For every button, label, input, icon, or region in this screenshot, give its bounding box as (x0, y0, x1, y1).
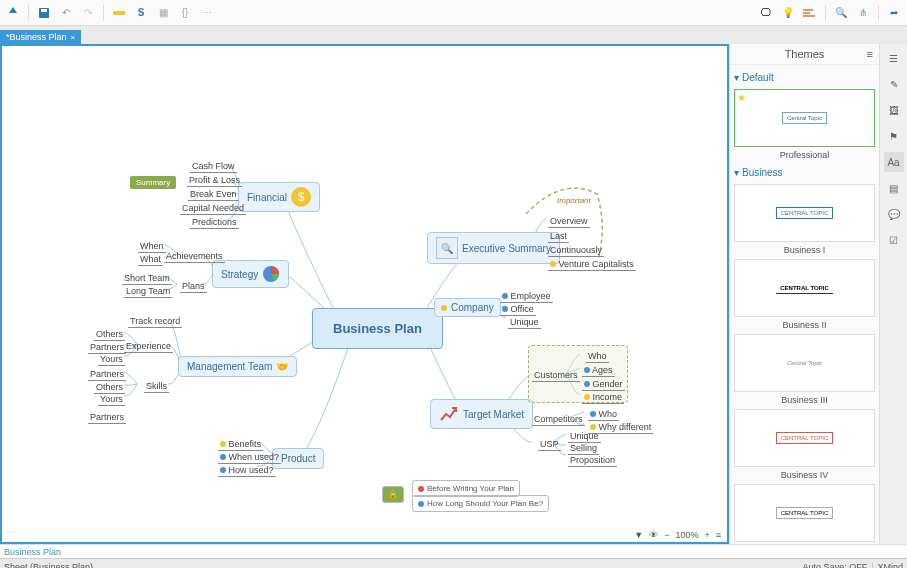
panel-menu-icon[interactable]: ≡ (867, 48, 873, 60)
sub-plans[interactable]: Plans (180, 280, 207, 293)
sub-gender[interactable]: Gender (582, 378, 625, 391)
undo-icon[interactable]: ↶ (57, 4, 75, 22)
section-default[interactable]: ▾ Default (734, 69, 875, 86)
sub-whenused[interactable]: When used? (218, 451, 281, 464)
sub-profitloss[interactable]: Profit & Loss (187, 174, 242, 187)
node-strategy[interactable]: Strategy (212, 260, 289, 288)
sub-benefits[interactable]: Benefits (218, 438, 263, 451)
sub-last[interactable]: Last (548, 230, 569, 243)
sub-continuous[interactable]: Continuously (548, 244, 604, 257)
theme-b3[interactable]: Central Topic (734, 334, 875, 392)
node-company[interactable]: Company (434, 298, 501, 317)
sub-overview[interactable]: Overview (548, 215, 590, 228)
sub-breakeven[interactable]: Break Even (188, 188, 239, 201)
mindmap-canvas[interactable]: Summary Important Business Plan Financia… (0, 44, 729, 544)
central-topic[interactable]: Business Plan (312, 308, 443, 349)
sub-competitors[interactable]: Competitors (532, 413, 585, 426)
theme-b1[interactable]: CENTRAL TOPIC (734, 184, 875, 242)
topic-icon[interactable] (110, 4, 128, 22)
redo-icon[interactable]: ↷ (79, 4, 97, 22)
node-exec-summary[interactable]: 🔍Executive Summary (427, 232, 560, 264)
marker-icon (441, 305, 447, 311)
sub-experience[interactable]: Experience (124, 340, 173, 353)
logo-icon[interactable] (4, 4, 22, 22)
sub-proposition[interactable]: Proposition (568, 454, 617, 467)
presentation-icon[interactable]: 🖵 (757, 4, 775, 22)
outline-icon[interactable]: ☰ (884, 48, 904, 68)
save-icon[interactable] (35, 4, 53, 22)
tab-bar: *Business Plan × (0, 26, 907, 44)
themes-icon[interactable]: Aa (884, 152, 904, 172)
sub-partners2[interactable]: Partners (88, 368, 126, 381)
bracket-icon[interactable]: {} (176, 4, 194, 22)
sub-trackrecord[interactable]: Track record (128, 315, 182, 328)
sub-howused[interactable]: How used? (218, 464, 276, 477)
sub-unique[interactable]: Unique (508, 316, 541, 329)
sheet-tab[interactable]: Business Plan (0, 544, 907, 558)
sub-others1[interactable]: Others (94, 328, 125, 341)
search-icon[interactable]: 🔍 (832, 4, 850, 22)
theme-label-b4: Business IV (734, 470, 875, 480)
panel-title: Themes≡ (730, 44, 879, 65)
idea-icon[interactable]: 💡 (779, 4, 797, 22)
theme-label-prof: Professional (734, 150, 875, 160)
theme-b5[interactable]: CENTRAL TOPIC (734, 484, 875, 542)
sub-capital[interactable]: Capital Needed (180, 202, 246, 215)
sub-employee[interactable]: Employee (500, 290, 553, 303)
file-tab[interactable]: *Business Plan × (0, 30, 81, 44)
theme-b2[interactable]: CENTRAL TOPIC (734, 259, 875, 317)
node-management[interactable]: Management Team🤝 (178, 356, 297, 377)
marker-icon[interactable]: ⚑ (884, 126, 904, 146)
edges (2, 46, 727, 542)
task-icon[interactable]: ☑ (884, 230, 904, 250)
boundary-icon[interactable]: ▦ (154, 4, 172, 22)
sub-who2[interactable]: Who (588, 408, 619, 421)
status-autosave: Auto Save: OFF (803, 562, 868, 569)
chart-arrow-icon (439, 404, 459, 424)
filter-icon[interactable]: ▼ (634, 530, 643, 540)
sub-yours1[interactable]: Yours (98, 353, 125, 366)
sub-predictions[interactable]: Predictions (190, 216, 239, 229)
sub-yours2[interactable]: Yours (98, 393, 125, 406)
fit-icon[interactable]: ≡ (716, 530, 721, 540)
image-icon[interactable]: 🖼 (884, 100, 904, 120)
more-icon[interactable]: ⋯ (198, 4, 216, 22)
tab-close-icon[interactable]: × (71, 33, 76, 42)
share-icon[interactable]: ⋔ (854, 4, 872, 22)
sub-who1[interactable]: Who (586, 350, 609, 363)
sub-office[interactable]: Office (500, 303, 536, 316)
sub-cashflow[interactable]: Cash Flow (190, 160, 237, 173)
gantt-icon[interactable] (801, 4, 819, 22)
summary-tag[interactable]: Summary (130, 176, 176, 189)
top-toolbar: ↶ ↷ S ▦ {} ⋯ 🖵 💡 🔍 ⋔ ➦ (0, 0, 907, 26)
node-financial[interactable]: Financial$ (238, 182, 320, 212)
notes-icon[interactable]: ▤ (884, 178, 904, 198)
important-label: Important (557, 196, 591, 205)
theme-label-b1: Business I (734, 245, 875, 255)
relationship-icon[interactable]: S (132, 4, 150, 22)
sub-skills[interactable]: Skills (144, 380, 169, 393)
zoom-in[interactable]: + (704, 530, 709, 540)
export-icon[interactable]: ➦ (885, 4, 903, 22)
theme-professional[interactable]: ★ Central Topic (734, 89, 875, 147)
section-business[interactable]: ▾ Business (734, 164, 875, 181)
sub-partners3[interactable]: Partners (88, 411, 126, 424)
sub-customers[interactable]: Customers (532, 369, 580, 382)
sub-short[interactable]: Short Team (122, 272, 172, 285)
float-lock[interactable]: 🔒 (382, 486, 404, 503)
sub-when[interactable]: When (138, 240, 166, 253)
sub-achievements[interactable]: Achievements (164, 250, 225, 263)
sub-what[interactable]: What (138, 253, 163, 266)
theme-b4[interactable]: CENTRAL TOPIC (734, 409, 875, 467)
sub-income[interactable]: Income (582, 391, 624, 404)
sub-usp[interactable]: USP (538, 438, 561, 451)
sub-long[interactable]: Long Team (124, 285, 172, 298)
eye-icon[interactable]: 👁 (649, 530, 658, 540)
comments-icon[interactable]: 💬 (884, 204, 904, 224)
zoom-out[interactable]: − (664, 530, 669, 540)
node-target-market[interactable]: Target Market (430, 399, 533, 429)
sub-ages[interactable]: Ages (582, 364, 615, 377)
sub-vc[interactable]: Venture Capitalists (548, 258, 636, 271)
format-icon[interactable]: ✎ (884, 74, 904, 94)
float-how-long[interactable]: How Long Should Your Plan Be? (412, 495, 549, 512)
